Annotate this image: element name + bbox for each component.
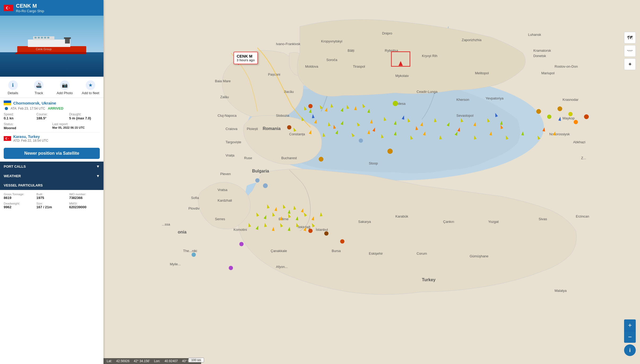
- svg-point-178: [319, 157, 323, 162]
- details-label: Details: [8, 91, 18, 95]
- svg-text:Afyon...: Afyon...: [276, 265, 288, 269]
- svg-text:Rostov-on-Don: Rostov-on-Don: [555, 64, 578, 68]
- svg-text:Sakarya: Sakarya: [358, 220, 371, 224]
- track-button[interactable]: 🚢 Track: [26, 79, 52, 97]
- svg-point-188: [584, 114, 589, 119]
- deadweight-label: Deadweight:: [4, 202, 34, 205]
- svg-point-179: [308, 229, 313, 233]
- add-to-fleet-label: Add to fleet: [82, 91, 99, 95]
- coordinates-bar: Lat: 42.56926 42° 34.156' Lon: 40.92407 …: [103, 358, 201, 364]
- svg-rect-17: [4, 103, 11, 105]
- svg-text:Romania: Romania: [263, 126, 281, 131]
- details-button[interactable]: ℹ Details: [0, 79, 26, 97]
- svg-text:Soroča: Soroča: [326, 58, 338, 62]
- svg-text:Corum: Corum: [417, 252, 427, 255]
- destination-port-name: Chornomorsk, Ukraine: [13, 101, 56, 105]
- svg-text:...ssa: ...ssa: [162, 222, 170, 226]
- gross-tonnage-label: Gross Tonnage:: [4, 193, 34, 196]
- course-label: Course:: [36, 112, 67, 116]
- svg-text:Çankırı: Çankırı: [443, 220, 454, 224]
- port-section: Chornomorsk, Ukraine ATA: Feb 23, 17:54 …: [0, 98, 103, 145]
- svg-point-20: [6, 138, 8, 139]
- svg-text:Turkey: Turkey: [422, 278, 435, 282]
- svg-text:Mariupol: Mariupol: [541, 71, 555, 75]
- weather-header[interactable]: WEATHER ▼: [0, 171, 103, 181]
- svg-text:Kryvyi Rih: Kryvyi Rih: [422, 54, 438, 58]
- left-panel: CENK M Ro-Ro Cargo Ship Cenk Gr: [0, 0, 103, 364]
- svg-text:Pleven: Pleven: [220, 172, 231, 176]
- svg-point-190: [255, 178, 260, 183]
- ship-popup: CENK M 3 hours ago: [233, 52, 258, 64]
- popup-time: 3 hours ago: [237, 58, 255, 62]
- sea-bg: [0, 52, 103, 77]
- svg-text:Donetsk: Donetsk: [533, 54, 546, 58]
- compass-icon: ✦: [628, 61, 632, 67]
- add-photo-button[interactable]: 📷 Add Photo: [52, 79, 78, 97]
- svg-rect-4: [17, 46, 86, 52]
- wind-button[interactable]: 〰: [624, 45, 636, 57]
- ata-text: ATA: Feb 23, 17:54 UTC: [11, 107, 45, 110]
- vessel-particulars-label: VESSEL PARTICULARS: [4, 183, 43, 187]
- svg-text:Mykolaiv: Mykolaiv: [395, 74, 409, 78]
- built-item: Built: 1975: [36, 193, 67, 200]
- svg-text:Erzincan: Erzincan: [576, 214, 589, 218]
- svg-text:Vratsa: Vratsa: [218, 188, 228, 192]
- course-stat: Course: 188.5°: [36, 112, 67, 120]
- compass-button[interactable]: ✦: [624, 58, 636, 70]
- wind-icon: 〰: [627, 48, 633, 54]
- satellite-button[interactable]: Newer position via Satellite: [4, 148, 100, 159]
- svg-point-193: [192, 253, 196, 257]
- map-area[interactable]: Ivano-Frankivsk Kropyvnytskyi Dnipro Zap…: [103, 0, 640, 364]
- weather-arrow: ▼: [96, 174, 100, 178]
- last-report-value: Mar 05, 2022 06:15 UTC: [52, 126, 100, 129]
- track-icon: 🚢: [34, 80, 44, 90]
- svg-point-174: [393, 101, 398, 106]
- draught-stat: Draught: 5 m (max 7.0): [69, 112, 100, 120]
- svg-rect-8: [34, 37, 37, 38]
- port-calls-header[interactable]: PORT CALLS ▼: [0, 162, 103, 171]
- svg-rect-11: [44, 37, 46, 38]
- svg-point-183: [536, 109, 541, 114]
- add-to-fleet-button[interactable]: ★ Add to fleet: [78, 79, 104, 97]
- svg-point-181: [239, 242, 244, 246]
- svg-rect-12: [47, 37, 49, 38]
- svg-text:Maykop: Maykop: [563, 116, 575, 120]
- svg-point-184: [547, 115, 551, 119]
- weather-label: WEATHER: [4, 174, 21, 178]
- svg-text:Kherson: Kherson: [456, 98, 469, 102]
- imo-value: 7382366: [69, 196, 100, 200]
- svg-point-180: [324, 231, 328, 236]
- lat-value: 42.56926: [116, 359, 129, 363]
- zoom-out-button[interactable]: −: [624, 331, 636, 343]
- built-label: Built:: [36, 193, 67, 196]
- svg-point-192: [229, 266, 233, 270]
- svg-text:Yevpatoriya: Yevpatoriya: [486, 96, 504, 100]
- svg-text:Slobozia: Slobozia: [276, 114, 289, 118]
- built-value: 1975: [36, 196, 67, 200]
- svg-text:Z...: Z...: [581, 156, 586, 160]
- svg-text:Baia Mare: Baia Mare: [215, 79, 231, 83]
- details-icon: ℹ: [8, 80, 18, 90]
- gross-tonnage-value: 8619: [4, 196, 34, 200]
- action-buttons: ℹ Details 🚢 Track 📷 Add Photo ★ Add to f…: [0, 77, 103, 98]
- speed-label: Speed:: [4, 112, 34, 116]
- svg-marker-5: [15, 52, 86, 54]
- svg-text:Karabük: Karabük: [395, 214, 408, 218]
- info-button[interactable]: i: [624, 344, 636, 356]
- size-label: Size:: [36, 202, 67, 205]
- svg-text:Bucharest: Bucharest: [281, 156, 297, 160]
- port-calls-label: PORT CALLS: [4, 164, 26, 168]
- svg-point-182: [340, 239, 344, 244]
- svg-text:Targoviște: Targoviște: [226, 140, 241, 144]
- zoom-in-button[interactable]: +: [624, 319, 636, 331]
- svg-text:Yozgat: Yozgat: [488, 220, 499, 224]
- svg-text:Tiraspol: Tiraspol: [353, 64, 365, 68]
- imo-label: IMO number:: [69, 193, 100, 196]
- svg-text:Krasnodar: Krasnodar: [563, 98, 579, 102]
- lat-label: Lat:: [107, 359, 112, 363]
- gross-tonnage-item: Gross Tonnage: 8619: [4, 193, 34, 200]
- scale-bar: 100 nm: [188, 358, 204, 362]
- vessel-particulars-header[interactable]: VESSEL PARTICULARS: [0, 181, 103, 190]
- imo-item: IMO number: 7382366: [69, 193, 100, 200]
- map-layers-button[interactable]: 🗺: [624, 32, 636, 44]
